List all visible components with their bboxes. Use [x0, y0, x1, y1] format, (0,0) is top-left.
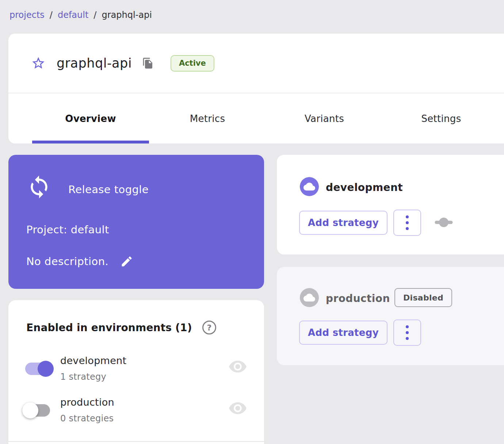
breadcrumb-link-default[interactable]: default — [58, 10, 88, 20]
favorite-star-icon[interactable] — [31, 56, 46, 70]
breadcrumb-current: graphql-api — [102, 10, 152, 20]
tab-settings[interactable]: Settings — [383, 93, 500, 143]
kebab-menu-icon[interactable] — [393, 319, 421, 346]
environment-name: production — [326, 292, 390, 305]
tab-overview[interactable]: Overview — [32, 93, 149, 143]
environment-card-production: production Disabled Add strategy — [277, 267, 504, 365]
environment-row-strategies: 0 strategies — [60, 413, 114, 424]
toggle-thumb — [22, 402, 38, 418]
enabled-environments-card: Enabled in environments (1) ? developmen… — [8, 300, 264, 444]
breadcrumb-separator: / — [93, 10, 96, 20]
environment-row-strategies: 1 strategy — [60, 372, 106, 382]
tab-metrics[interactable]: Metrics — [149, 93, 266, 143]
add-strategy-button[interactable]: Add strategy — [299, 321, 387, 345]
breadcrumb: projects / default / graphql-api — [9, 10, 152, 20]
kebab-dot — [406, 325, 409, 328]
feature-header-row: graphql-api Active — [8, 34, 504, 93]
kebab-dot — [406, 337, 409, 340]
kebab-dot — [406, 227, 409, 230]
strategy-commit-icon — [435, 217, 453, 228]
card-divider — [8, 441, 264, 442]
loop-icon — [27, 175, 51, 199]
environment-name: development — [326, 181, 403, 194]
tab-bar: Overview Metrics Variants Settings — [8, 93, 504, 143]
page-title: graphql-api — [57, 56, 132, 70]
kebab-dot — [406, 331, 409, 334]
toggle-project-label: Project: default — [26, 223, 109, 236]
breadcrumb-separator: / — [50, 10, 53, 20]
environment-toggle-development[interactable] — [22, 359, 56, 379]
breadcrumb-link-projects[interactable]: projects — [9, 10, 45, 20]
edit-pencil-icon[interactable] — [120, 255, 133, 268]
status-badge: Active — [171, 55, 214, 72]
enabled-environments-title: Enabled in environments (1) — [26, 322, 192, 334]
help-icon[interactable]: ? — [202, 321, 216, 334]
kebab-dot — [406, 215, 409, 218]
kebab-menu-icon[interactable] — [393, 210, 421, 236]
environment-card-development: development Add strategy — [277, 155, 504, 254]
add-strategy-button[interactable]: Add strategy — [299, 211, 387, 235]
feature-header-card: graphql-api Active Overview Metrics Vari… — [8, 34, 504, 143]
visibility-eye-icon[interactable] — [228, 357, 247, 376]
disabled-badge: Disabled — [394, 288, 452, 307]
toggle-type-label: Release toggle — [68, 183, 149, 196]
copy-icon[interactable] — [142, 57, 154, 69]
kebab-dot — [406, 221, 409, 224]
toggle-description: No description. — [26, 255, 108, 268]
visibility-eye-icon[interactable] — [228, 399, 247, 418]
release-toggle-card: Release toggle Project: default No descr… — [8, 155, 264, 289]
environment-row-name: development — [60, 355, 126, 366]
tab-variants[interactable]: Variants — [266, 93, 383, 143]
cloud-icon — [300, 288, 319, 307]
environment-row-name: production — [60, 397, 114, 408]
toggle-description-row: No description. — [26, 255, 133, 268]
cloud-icon — [300, 177, 319, 196]
active-tab-indicator — [32, 141, 149, 143]
toggle-thumb — [38, 361, 54, 377]
environment-toggle-production[interactable] — [22, 400, 56, 421]
